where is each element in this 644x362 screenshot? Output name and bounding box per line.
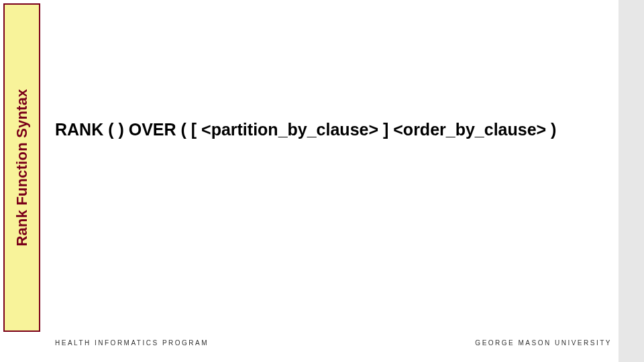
slide: Rank Function Syntax RANK ( ) OVER ( [ <…: [0, 0, 644, 362]
footer-right: GEORGE MASON UNIVERSITY: [475, 339, 612, 347]
sidebar: Rank Function Syntax: [3, 3, 40, 332]
sidebar-title: Rank Function Syntax: [13, 88, 31, 246]
syntax-text: RANK ( ) OVER ( [ <partition_by_clause> …: [55, 119, 605, 139]
footer-left: HEALTH INFORMATICS PROGRAM: [55, 339, 209, 347]
right-decorative-strip: [619, 0, 644, 362]
